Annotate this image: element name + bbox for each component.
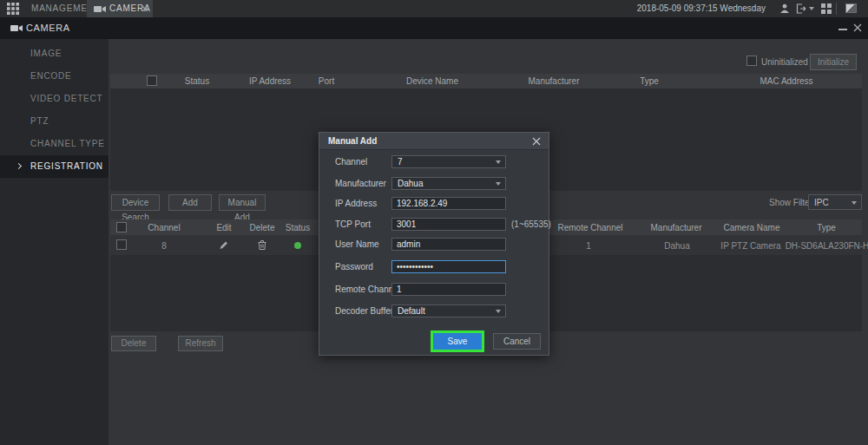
remote-channel-label: Remote Channel [335, 283, 400, 296]
user-icon[interactable] [779, 3, 790, 14]
tcp-port-range-hint: (1~65535) [511, 218, 551, 231]
topbar-separator [836, 3, 837, 15]
apps-grid-icon[interactable] [7, 3, 19, 15]
cell-camera-name: IP PTZ Camera [720, 241, 780, 251]
ip-address-label: IP Address [335, 197, 377, 210]
column-header-delete: Delete [250, 223, 275, 232]
delete-trash-icon[interactable] [258, 240, 266, 250]
show-filter-label: Show Filter [769, 198, 812, 207]
dialog-titlebar: Manual Add [319, 133, 549, 150]
uninitialized-checkbox[interactable] [746, 56, 757, 66]
sidebar-item-image[interactable]: IMAGE [0, 43, 108, 65]
cell-channel: 8 [161, 241, 167, 251]
cell-manufacturer: Dahua [664, 241, 689, 251]
manual-add-button[interactable]: Manual Add [219, 194, 266, 211]
column-header-edit: Edit [216, 223, 231, 232]
sidebar-item-channel-type[interactable]: CHANNEL TYPE [0, 133, 108, 155]
add-button[interactable]: Add [168, 194, 212, 211]
save-button[interactable]: Save [431, 330, 484, 352]
column-header-remote-channel: Remote Channel [557, 223, 622, 232]
sidebar-item-registration[interactable]: REGISTRATION [0, 155, 108, 178]
channel-select[interactable]: 7 [391, 155, 506, 168]
device-search-button[interactable]: Device Search [111, 194, 160, 211]
channel-label: Channel [335, 155, 367, 168]
cancel-button[interactable]: Cancel [493, 333, 541, 350]
password-label: Password [335, 260, 373, 273]
column-header-ip-address: IP Address [249, 76, 291, 86]
decoder-buffer-select[interactable]: Default [391, 304, 506, 317]
tcp-port-label: TCP Port [335, 218, 371, 231]
chevron-down-icon [852, 201, 857, 205]
logout-icon[interactable] [796, 3, 806, 14]
decoder-buffer-label: Decoder Buffer [335, 304, 393, 317]
column-header-channel: Channel [148, 223, 180, 232]
column-header-mac-address: MAC Address [760, 76, 812, 86]
minimize-icon[interactable] [838, 29, 847, 30]
sidebar-item-video-detect[interactable]: VIDEO DETECT [0, 88, 108, 110]
manual-add-dialog: Manual Add Channel 7 Manufacturer Dahua … [319, 132, 549, 356]
chevron-right-icon [16, 163, 22, 169]
camera-icon [94, 5, 106, 13]
refresh-button[interactable]: Refresh [178, 336, 223, 351]
column-header-port: Port [319, 76, 334, 86]
uninitialized-label: Uninitialized [761, 57, 808, 67]
ip-address-field[interactable] [391, 197, 506, 210]
sidebar-item-encode[interactable]: ENCODE [0, 65, 108, 88]
chevron-down-icon [496, 182, 501, 186]
window-title: CAMERA [26, 17, 70, 39]
sidebar-item-ptz[interactable]: PTZ [0, 110, 108, 133]
user-name-label: User Name [335, 238, 379, 251]
delete-button[interactable]: Delete [111, 336, 156, 351]
show-filter-select[interactable]: IPC [808, 194, 862, 210]
manufacturer-label: Manufacturer [335, 177, 386, 190]
password-field[interactable] [391, 260, 506, 273]
tcp-port-field[interactable] [391, 218, 506, 231]
edit-pencil-icon[interactable] [220, 240, 229, 250]
status-online-dot [294, 242, 301, 249]
window-camera-icon [10, 24, 23, 32]
discovered-select-all-checkbox[interactable] [147, 75, 157, 86]
row-checkbox[interactable] [116, 239, 127, 250]
manufacturer-select[interactable]: Dahua [391, 177, 506, 190]
topbar: MANAGEMENT CAMERA 2018-05-09 09:37:15 We… [0, 0, 868, 17]
tab-camera[interactable]: CAMERA [87, 0, 153, 17]
added-select-all-checkbox[interactable] [116, 222, 127, 232]
dialog-title: Manual Add [328, 133, 377, 150]
chevron-down-icon [496, 160, 501, 164]
chevron-down-icon [496, 310, 501, 313]
close-icon[interactable] [853, 23, 862, 32]
column-header-manufacturer2: Manufacturer [651, 223, 702, 232]
cell-remote-channel: 1 [586, 241, 591, 251]
window-titlebar: CAMERA [0, 17, 868, 39]
user-name-field[interactable] [391, 238, 506, 251]
show-filter-value: IPC [814, 195, 829, 210]
remote-channel-field[interactable] [391, 283, 506, 296]
column-header-camera-name: Camera Name [723, 223, 779, 232]
column-header-manufacturer: Manufacturer [529, 76, 580, 86]
column-header-status: Status [185, 76, 209, 86]
display-icon[interactable] [845, 3, 857, 13]
discovered-table-header: Status IP Address Port Device Name Manuf… [110, 74, 862, 88]
sidebar: IMAGE ENCODE VIDEO DETECT PTZ CHANNEL TY… [0, 39, 108, 445]
screen: MANAGEMENT CAMERA 2018-05-09 09:37:15 We… [0, 0, 868, 445]
column-header-status2: Status [286, 223, 310, 232]
column-header-device-name: Device Name [406, 76, 458, 86]
tab-close-icon[interactable] [141, 5, 148, 12]
dialog-close-icon[interactable] [532, 137, 541, 146]
channel-grid-icon[interactable] [821, 3, 832, 14]
column-header-type2: Type [817, 223, 836, 232]
datetime: 2018-05-09 09:37:15 Wednesday [637, 0, 766, 17]
column-header-type: Type [640, 76, 659, 86]
cell-type: DH-SD6ALA230FN-HNI [786, 241, 868, 251]
initialize-button[interactable]: Initialize [810, 54, 857, 70]
logout-caret-icon[interactable] [809, 7, 814, 10]
